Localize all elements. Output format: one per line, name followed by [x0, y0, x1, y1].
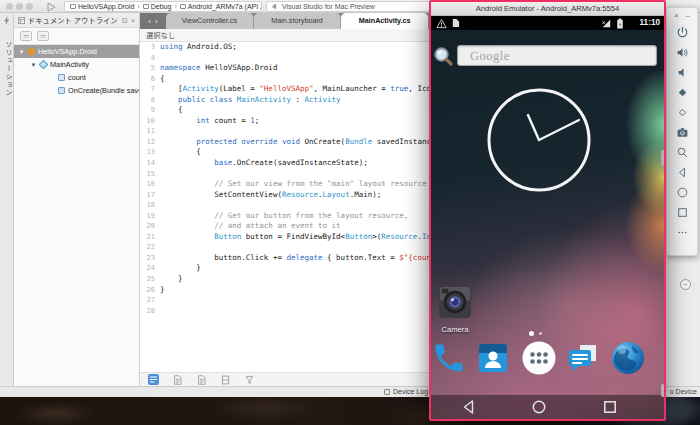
camera-app-label: Camera: [435, 325, 475, 334]
breadcrumb-project[interactable]: HelloVSApp.Droid: [70, 3, 134, 10]
overview-button[interactable]: [667, 202, 697, 222]
warning-icon: [436, 18, 447, 29]
line-number: 4: [140, 53, 160, 64]
search-icon[interactable]: [432, 45, 455, 68]
code-line: 26}: [140, 285, 429, 296]
run-configuration-breadcrumb[interactable]: HelloVSApp.Droid›Debug›Android_ARMv7a (A…: [64, 1, 262, 12]
dock-phone[interactable]: [431, 340, 467, 376]
code-line: 24 }: [140, 263, 429, 274]
line-number: 27: [140, 295, 160, 306]
tab-viewcontroller-cs[interactable]: ViewController.cs: [166, 13, 254, 29]
code-line: 13 {: [140, 147, 429, 158]
camera-app-icon[interactable]: Camera: [435, 285, 475, 334]
breadcrumb-separator: ›: [137, 3, 139, 10]
android-screen[interactable]: 11:10 Google: [431, 16, 664, 419]
close-pad-icon[interactable]: ×: [131, 17, 135, 24]
code-line: 27: [140, 295, 429, 306]
dock-messaging[interactable]: [566, 340, 602, 376]
collapse-all-button[interactable]: ▭: [20, 31, 32, 41]
code-line: 28: [140, 306, 429, 317]
google-search-widget[interactable]: Google: [457, 45, 657, 66]
scrollbar-thumb[interactable]: [661, 384, 664, 397]
people-icon: [475, 340, 511, 376]
nav-back-tab-icon[interactable]: ‹: [148, 17, 151, 26]
line-number: 23: [140, 253, 160, 264]
rot-r-icon: [676, 106, 689, 119]
tree-item[interactable]: OnCreate(Bundle savedInstanceState): [14, 84, 139, 97]
code-editor[interactable]: 3using Android.OS;45namespace HelloVSApp…: [140, 42, 429, 372]
emulator-title-bar[interactable]: Android Emulator - Android_ARMv7a:5554: [431, 2, 664, 16]
dock: [431, 340, 664, 380]
home-button[interactable]: [667, 182, 697, 202]
code-line: 21 Button button = FindViewById<Button>(…: [140, 232, 429, 243]
minimize-icon[interactable]: –: [686, 11, 690, 20]
android-emulator-window: Android Emulator - Android_ARMv7a:5554 1…: [429, 0, 666, 421]
close-icon[interactable]: ×: [674, 11, 679, 20]
pin-pad-icon[interactable]: ⊡: [122, 17, 128, 24]
scrollbar-thumb[interactable]: [661, 150, 664, 166]
analog-clock-widget[interactable]: [484, 85, 594, 195]
expander-icon[interactable]: ▼: [30, 62, 37, 68]
volume-up-button[interactable]: [667, 42, 697, 62]
minute-hand: [539, 120, 579, 140]
line-number: 12: [140, 137, 160, 148]
hour-hand: [528, 115, 539, 140]
rotate-right-button[interactable]: [667, 102, 697, 122]
line-number: 28: [140, 306, 160, 317]
minimize-window-button[interactable]: [16, 3, 23, 10]
nav-forward-tab-icon[interactable]: ›: [155, 17, 158, 26]
tree-item[interactable]: ▼HelloVSApp.Droid: [14, 45, 139, 58]
run-button[interactable]: [44, 1, 58, 12]
line-number: 19: [140, 211, 160, 222]
tab-mainactivity-cs[interactable]: MainActivity.cs: [341, 13, 429, 29]
nav-back-button[interactable]: [461, 399, 477, 415]
emulator-toolbar-window-controls: × –: [667, 8, 697, 22]
zoom-button[interactable]: [667, 142, 697, 162]
code-line: 14 base.OnCreate(savedInstanceState);: [140, 158, 429, 169]
more-button[interactable]: [667, 222, 697, 242]
device-log-button[interactable]: Device Log: [384, 388, 428, 395]
filter-button[interactable]: [244, 374, 255, 385]
dock-all-apps[interactable]: [521, 340, 557, 376]
line-number: 17: [140, 190, 160, 201]
volume-down-button[interactable]: [667, 62, 697, 82]
back-button[interactable]: [667, 162, 697, 182]
nav-overview-button[interactable]: [602, 399, 618, 415]
line-number: 6: [140, 74, 160, 85]
tree-item-label: HelloVSApp.Droid: [38, 47, 97, 56]
dock-browser[interactable]: [610, 340, 646, 376]
tab-main-storyboard[interactable]: Main.storyboard: [254, 13, 342, 29]
bookmarks-button[interactable]: [220, 374, 231, 385]
zoom-out-icon[interactable]: −: [680, 279, 691, 290]
close-window-button[interactable]: [6, 3, 13, 10]
code-line: 8 public class MainActivity : Activity: [140, 95, 429, 106]
selection-info-button[interactable]: [148, 374, 159, 385]
solution-pad-tab[interactable]: ソリューション: [3, 41, 13, 97]
overview-icon: [676, 206, 689, 219]
tree-item[interactable]: count: [14, 71, 139, 84]
expander-icon[interactable]: ▼: [18, 49, 25, 55]
breadcrumb-configuration[interactable]: Debug: [143, 3, 172, 10]
rotate-left-button[interactable]: [667, 82, 697, 102]
configuration-icon: [143, 4, 149, 9]
expand-all-button[interactable]: ▭: [37, 31, 49, 41]
device-label: Android_ARMv7a (API 23): [188, 3, 262, 10]
more-icon: [676, 226, 689, 239]
screenshot-button[interactable]: [667, 122, 697, 142]
outline-pad-header: ドキュメント アウトライン ⊡ ×: [14, 13, 139, 28]
zoom-window-button[interactable]: [26, 3, 33, 10]
line-number: 3: [140, 42, 160, 53]
tree-item[interactable]: ▼MainActivity: [14, 58, 139, 71]
project-label: HelloVSApp.Droid: [78, 3, 134, 10]
errors-button[interactable]: [172, 374, 183, 385]
nav-home-button[interactable]: [531, 399, 547, 415]
tasks-button[interactable]: [196, 374, 207, 385]
active-page-dot: [529, 331, 534, 336]
breadcrumb-device[interactable]: Android_ARMv7a (API 23): [180, 3, 262, 10]
device-log-icon: [384, 389, 390, 395]
power-button[interactable]: [667, 22, 697, 42]
dock-people[interactable]: [475, 340, 511, 376]
editor-path-bar[interactable]: 選択なし: [140, 29, 429, 42]
code-line: 18: [140, 200, 429, 211]
code-line: 17 SetContentView(Resource.Layout.Main);: [140, 190, 429, 201]
